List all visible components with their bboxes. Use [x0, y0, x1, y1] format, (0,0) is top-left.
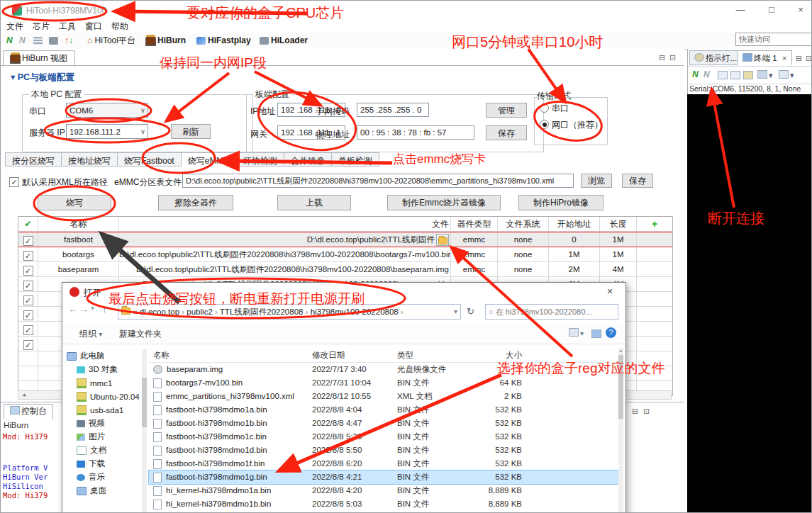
- transfer-serial-radio[interactable]: 串口: [540, 103, 569, 115]
- connect-icon[interactable]: N: [6, 35, 13, 46]
- tab-board-check[interactable]: 单板检测: [332, 152, 379, 167]
- nav-up-icon[interactable]: ↑: [102, 304, 107, 315]
- terminal-connect-icon[interactable]: N: [692, 69, 699, 79]
- sidebar-item-desktop[interactable]: 桌面: [67, 484, 143, 497]
- pane-maximize-icon[interactable]: ⊡: [669, 53, 676, 62]
- xml-save-button[interactable]: 保存: [622, 174, 653, 188]
- terminal-pane-maximize-icon[interactable]: ⊡: [806, 54, 812, 63]
- close-button[interactable]: ×: [790, 4, 811, 16]
- table-row-baseparam[interactable]: ✓ baseparam D:\dl.ecoo.top\public2\TTL线刷…: [18, 262, 672, 277]
- terminal-pane-minimize-icon[interactable]: ⊟: [796, 54, 802, 63]
- scroll-left-icon[interactable]: ◂: [18, 391, 29, 399]
- xml-path-input[interactable]: D:\dl.ecoo.top\public2\TTL线刷固件20220808\h…: [182, 174, 574, 188]
- sidebar-item-downloads[interactable]: 下载: [67, 457, 143, 470]
- console-maximize-icon[interactable]: ⊡: [643, 407, 650, 416]
- terminal-settings-dropdown[interactable]: ▾: [757, 70, 773, 80]
- nav-forward-icon[interactable]: →: [79, 304, 89, 315]
- terminal-columns-icon[interactable]: [730, 71, 740, 79]
- transfer-net-radio[interactable]: 网口（推荐）: [540, 119, 605, 131]
- terminal-newview-dropdown[interactable]: ▾: [779, 70, 794, 80]
- organize-dropdown[interactable]: 组织 ▾: [79, 328, 102, 340]
- tab-burn-emmc[interactable]: 烧写eMMC: [182, 152, 237, 167]
- toolbar-hifastplay[interactable]: HiFastplay: [196, 35, 251, 46]
- menu-help[interactable]: 帮助: [111, 21, 128, 33]
- terminal-disconnect-icon[interactable]: N: [703, 69, 710, 79]
- terminal-table-icon[interactable]: [718, 71, 728, 79]
- edit-config-icon[interactable]: [33, 35, 45, 46]
- board-save-button[interactable]: 保存: [486, 125, 527, 140]
- make-emmc-image-button[interactable]: 制作Emmc烧片器镜像: [387, 195, 501, 210]
- sidebar-item-mmc1[interactable]: mmc1: [67, 376, 143, 390]
- maximize-button[interactable]: □: [761, 4, 782, 16]
- row-checkbox[interactable]: ✓: [18, 232, 38, 247]
- search-input[interactable]: ○ 在 hi3798mv100-2022080...: [485, 304, 618, 320]
- tab-burn-by-partition[interactable]: 按分区烧写: [5, 152, 62, 167]
- toolbar-hiburn[interactable]: HiBurn: [146, 35, 186, 46]
- section-pc-board-config[interactable]: ▾ PC与板端配置: [11, 72, 74, 84]
- sidebar-item-videos[interactable]: 视频: [67, 417, 143, 430]
- col-date[interactable]: 修改日期: [312, 348, 397, 362]
- col-len[interactable]: 长度: [600, 217, 637, 231]
- menu-tools[interactable]: 工具: [59, 21, 76, 33]
- col-file[interactable]: 文件: [119, 217, 451, 231]
- crumb-public2[interactable]: public2: [187, 308, 212, 316]
- tab-indicator-lights[interactable]: 指示灯...: [689, 50, 742, 65]
- col-name[interactable]: 名称: [149, 348, 312, 362]
- crumb-hi3798[interactable]: hi3798mv100-20220808: [311, 308, 399, 316]
- tab-bad-block-check[interactable]: 坏块检测: [237, 152, 284, 167]
- sidebar-item-documents[interactable]: 文档: [67, 444, 143, 457]
- terminal-lock-icon[interactable]: [743, 71, 753, 79]
- table-row-fastboot[interactable]: ✓ fastboot D:\dl.ecoo.top\public2\TTL线刷固…: [18, 232, 672, 247]
- tab-terminal-1[interactable]: 终端 1 ×: [738, 50, 792, 65]
- view-mode-icon[interactable]: ▾: [569, 328, 584, 338]
- burn-button[interactable]: 烧写: [38, 195, 111, 210]
- file-row-selected[interactable]: fastboot-hi3798mdmo1g.bin2022/8/8 4:21BI…: [149, 470, 620, 484]
- menu-file[interactable]: 文件: [6, 21, 23, 33]
- table-row-bootargs[interactable]: ✓ bootargs D:\dl.ecoo.top\public2\TTL线刷固…: [18, 247, 672, 262]
- col-name[interactable]: 名称: [38, 217, 119, 231]
- sidebar-item-usb-sda1[interactable]: usb-sda1: [67, 403, 143, 417]
- sidebar-item-music[interactable]: 音乐: [67, 470, 143, 484]
- file-browse-button[interactable]: [436, 234, 449, 246]
- new-folder-button[interactable]: 新建文件夹: [119, 328, 162, 340]
- col-fs[interactable]: 文件系统: [498, 217, 549, 231]
- menu-window[interactable]: 窗口: [85, 21, 102, 33]
- dialog-close-icon[interactable]: ×: [607, 286, 613, 297]
- make-hipro-image-button[interactable]: 制作HiPro镜像: [518, 195, 604, 210]
- select-all-check-icon[interactable]: ✔: [18, 217, 38, 231]
- terminal-screen[interactable]: [687, 94, 812, 513]
- refresh-button[interactable]: 刷新: [171, 124, 211, 139]
- add-row-icon[interactable]: +: [637, 217, 672, 231]
- file-row[interactable]: bootargs7-mv100.bin2022/7/31 10:04BIN 文件…: [149, 376, 620, 390]
- quick-access-input[interactable]: 快速访问: [735, 33, 812, 46]
- sidebar-item-this-pc[interactable]: 此电脑: [67, 349, 143, 363]
- tab-close-icon[interactable]: ×: [782, 54, 787, 62]
- tab-merge-image[interactable]: 合并镜像: [284, 152, 332, 167]
- sidebar-item-ubuntu[interactable]: Ubuntu-20.04 (: [67, 390, 143, 403]
- file-row[interactable]: emmc_partitions_hi3798mv100.xml2022/8/12…: [149, 390, 620, 403]
- pane-minimize-icon[interactable]: ⊟: [659, 53, 665, 62]
- mac-input[interactable]: 00 : 95 : 38 : 78 : fb : 57: [357, 125, 474, 140]
- menu-chip[interactable]: 芯片: [33, 21, 50, 33]
- file-row[interactable]: fastboot-hi3798mdmo1c.bin2022/8/8 5:20BI…: [149, 430, 620, 444]
- crumb-ttl[interactable]: TTL线刷固件20220808: [220, 308, 304, 316]
- sidebar-scrollbar[interactable]: [142, 349, 147, 512]
- refresh-icon[interactable]: ↻: [467, 306, 474, 317]
- server-ip-combo[interactable]: 192.168.111.2∨: [66, 124, 148, 139]
- browse-button[interactable]: 浏览: [581, 174, 612, 188]
- row-checkbox[interactable]: ✓: [18, 247, 38, 261]
- console-minimize-icon[interactable]: ⊟: [632, 407, 638, 416]
- file-row[interactable]: fastboot-hi3798mdmo1f.bin2022/8/8 6:20BI…: [149, 457, 620, 470]
- serial-port-combo[interactable]: COM6∨: [66, 103, 148, 118]
- minimize-button[interactable]: —: [730, 4, 751, 16]
- nav-history-icon[interactable]: ▾: [91, 304, 94, 312]
- nav-back-icon[interactable]: ←: [68, 304, 77, 315]
- upload-button[interactable]: 上载: [277, 195, 351, 210]
- help-icon[interactable]: ?: [606, 327, 616, 338]
- row-checkbox[interactable]: ✓: [18, 277, 38, 291]
- tab-burn-fastboot[interactable]: 烧写Fastboot: [118, 152, 182, 167]
- crumb-dropdown-icon[interactable]: ▾: [454, 305, 457, 319]
- col-start[interactable]: 开始地址: [549, 217, 600, 231]
- toolbar-hiloader[interactable]: HiLoader: [260, 35, 308, 46]
- file-row[interactable]: fastboot-hi3798mdmo1d.bin2022/8/8 5:50BI…: [149, 444, 620, 457]
